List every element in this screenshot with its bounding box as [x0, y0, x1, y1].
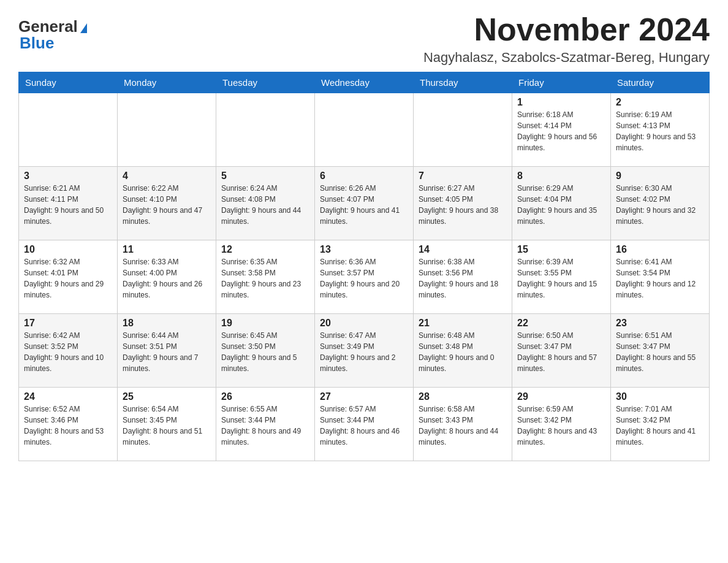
- calendar-cell: [19, 93, 118, 167]
- day-info: Sunrise: 6:33 AMSunset: 4:00 PMDaylight:…: [123, 256, 211, 301]
- day-number: 13: [320, 244, 408, 255]
- calendar-week-row: 17Sunrise: 6:42 AMSunset: 3:52 PMDayligh…: [19, 314, 710, 388]
- calendar-cell: 4Sunrise: 6:22 AMSunset: 4:10 PMDaylight…: [118, 167, 216, 240]
- day-number: 11: [123, 244, 211, 255]
- day-info: Sunrise: 6:42 AMSunset: 3:52 PMDaylight:…: [24, 330, 112, 374]
- day-number: 4: [123, 170, 211, 182]
- day-number: 30: [616, 391, 704, 402]
- day-number: 10: [24, 244, 112, 255]
- day-info: Sunrise: 6:30 AMSunset: 4:02 PMDaylight:…: [616, 183, 704, 227]
- day-number: 23: [616, 318, 704, 329]
- day-info: Sunrise: 6:36 AMSunset: 3:57 PMDaylight:…: [320, 256, 408, 301]
- day-info: Sunrise: 6:35 AMSunset: 3:58 PMDaylight:…: [221, 256, 309, 301]
- day-info: Sunrise: 6:38 AMSunset: 3:56 PMDaylight:…: [419, 256, 507, 301]
- calendar-cell: 14Sunrise: 6:38 AMSunset: 3:56 PMDayligh…: [414, 240, 512, 314]
- day-info: Sunrise: 6:48 AMSunset: 3:48 PMDaylight:…: [419, 330, 507, 374]
- day-number: 29: [517, 391, 605, 402]
- page-header: General Blue November 2024 Nagyhalasz, S…: [18, 12, 710, 66]
- day-number: 1: [517, 97, 605, 108]
- day-info: Sunrise: 6:21 AMSunset: 4:11 PMDaylight:…: [24, 183, 112, 227]
- calendar-cell: 30Sunrise: 7:01 AMSunset: 3:42 PMDayligh…: [611, 388, 710, 461]
- calendar-cell: 11Sunrise: 6:33 AMSunset: 4:00 PMDayligh…: [118, 240, 216, 314]
- logo-text-blue: Blue: [20, 34, 54, 53]
- calendar-cell: 27Sunrise: 6:57 AMSunset: 3:44 PMDayligh…: [315, 388, 414, 461]
- calendar-day-header: Wednesday: [315, 72, 414, 93]
- calendar-cell: [315, 93, 414, 167]
- subtitle: Nagyhalasz, Szabolcs-Szatmar-Bereg, Hung…: [423, 50, 710, 66]
- day-info: Sunrise: 6:57 AMSunset: 3:44 PMDaylight:…: [320, 404, 408, 448]
- day-info: Sunrise: 6:51 AMSunset: 3:47 PMDaylight:…: [616, 330, 704, 374]
- day-info: Sunrise: 7:01 AMSunset: 3:42 PMDaylight:…: [616, 404, 704, 448]
- day-info: Sunrise: 6:44 AMSunset: 3:51 PMDaylight:…: [123, 330, 211, 374]
- day-number: 3: [24, 170, 112, 182]
- day-info: Sunrise: 6:59 AMSunset: 3:42 PMDaylight:…: [517, 404, 605, 448]
- day-info: Sunrise: 6:19 AMSunset: 4:13 PMDaylight:…: [616, 109, 704, 153]
- day-info: Sunrise: 6:47 AMSunset: 3:49 PMDaylight:…: [320, 330, 408, 374]
- logo-triangle-icon: [80, 23, 87, 33]
- calendar-cell: 8Sunrise: 6:29 AMSunset: 4:04 PMDaylight…: [512, 167, 611, 240]
- calendar-cell: 26Sunrise: 6:55 AMSunset: 3:44 PMDayligh…: [216, 388, 315, 461]
- calendar-cell: [414, 93, 512, 167]
- calendar-header-row: SundayMondayTuesdayWednesdayThursdayFrid…: [19, 72, 710, 93]
- calendar-cell: [216, 93, 315, 167]
- calendar-cell: 1Sunrise: 6:18 AMSunset: 4:14 PMDaylight…: [512, 93, 611, 167]
- logo: General Blue: [18, 17, 87, 53]
- calendar-cell: 13Sunrise: 6:36 AMSunset: 3:57 PMDayligh…: [315, 240, 414, 314]
- day-number: 27: [320, 391, 408, 402]
- calendar-week-row: 3Sunrise: 6:21 AMSunset: 4:11 PMDaylight…: [19, 167, 710, 240]
- day-number: 21: [419, 318, 507, 329]
- day-info: Sunrise: 6:24 AMSunset: 4:08 PMDaylight:…: [221, 183, 309, 227]
- calendar-cell: 15Sunrise: 6:39 AMSunset: 3:55 PMDayligh…: [512, 240, 611, 314]
- day-number: 19: [221, 318, 309, 329]
- calendar-day-header: Monday: [118, 72, 216, 93]
- calendar-cell: 10Sunrise: 6:32 AMSunset: 4:01 PMDayligh…: [19, 240, 118, 314]
- day-info: Sunrise: 6:55 AMSunset: 3:44 PMDaylight:…: [221, 404, 309, 448]
- day-info: Sunrise: 6:45 AMSunset: 3:50 PMDaylight:…: [221, 330, 309, 374]
- day-number: 6: [320, 170, 408, 182]
- calendar-cell: 28Sunrise: 6:58 AMSunset: 3:43 PMDayligh…: [414, 388, 512, 461]
- day-number: 25: [123, 391, 211, 402]
- calendar-day-header: Friday: [512, 72, 611, 93]
- calendar-cell: 9Sunrise: 6:30 AMSunset: 4:02 PMDaylight…: [611, 167, 710, 240]
- day-info: Sunrise: 6:58 AMSunset: 3:43 PMDaylight:…: [419, 404, 507, 448]
- calendar-week-row: 24Sunrise: 6:52 AMSunset: 3:46 PMDayligh…: [19, 388, 710, 461]
- day-number: 12: [221, 244, 309, 255]
- day-info: Sunrise: 6:29 AMSunset: 4:04 PMDaylight:…: [517, 183, 605, 227]
- day-number: 5: [221, 170, 309, 182]
- day-number: 2: [616, 97, 704, 108]
- day-number: 18: [123, 318, 211, 329]
- day-number: 22: [517, 318, 605, 329]
- calendar-cell: 12Sunrise: 6:35 AMSunset: 3:58 PMDayligh…: [216, 240, 315, 314]
- day-number: 28: [419, 391, 507, 402]
- title-block: November 2024 Nagyhalasz, Szabolcs-Szatm…: [423, 12, 710, 66]
- calendar-cell: 23Sunrise: 6:51 AMSunset: 3:47 PMDayligh…: [611, 314, 710, 388]
- day-number: 26: [221, 391, 309, 402]
- day-number: 24: [24, 391, 112, 402]
- day-number: 8: [517, 170, 605, 182]
- day-number: 15: [517, 244, 605, 255]
- calendar-week-row: 10Sunrise: 6:32 AMSunset: 4:01 PMDayligh…: [19, 240, 710, 314]
- day-number: 9: [616, 170, 704, 182]
- calendar-cell: 3Sunrise: 6:21 AMSunset: 4:11 PMDaylight…: [19, 167, 118, 240]
- day-info: Sunrise: 6:41 AMSunset: 3:54 PMDaylight:…: [616, 256, 704, 301]
- calendar-cell: 16Sunrise: 6:41 AMSunset: 3:54 PMDayligh…: [611, 240, 710, 314]
- calendar-day-header: Tuesday: [216, 72, 315, 93]
- day-info: Sunrise: 6:32 AMSunset: 4:01 PMDaylight:…: [24, 256, 112, 301]
- day-info: Sunrise: 6:54 AMSunset: 3:45 PMDaylight:…: [123, 404, 211, 448]
- calendar-cell: 29Sunrise: 6:59 AMSunset: 3:42 PMDayligh…: [512, 388, 611, 461]
- calendar-cell: 7Sunrise: 6:27 AMSunset: 4:05 PMDaylight…: [414, 167, 512, 240]
- calendar-cell: 6Sunrise: 6:26 AMSunset: 4:07 PMDaylight…: [315, 167, 414, 240]
- day-info: Sunrise: 6:39 AMSunset: 3:55 PMDaylight:…: [517, 256, 605, 301]
- day-info: Sunrise: 6:26 AMSunset: 4:07 PMDaylight:…: [320, 183, 408, 227]
- calendar-cell: 2Sunrise: 6:19 AMSunset: 4:13 PMDaylight…: [611, 93, 710, 167]
- day-info: Sunrise: 6:22 AMSunset: 4:10 PMDaylight:…: [123, 183, 211, 227]
- day-number: 20: [320, 318, 408, 329]
- day-number: 16: [616, 244, 704, 255]
- calendar-cell: 19Sunrise: 6:45 AMSunset: 3:50 PMDayligh…: [216, 314, 315, 388]
- day-number: 17: [24, 318, 112, 329]
- calendar-cell: 5Sunrise: 6:24 AMSunset: 4:08 PMDaylight…: [216, 167, 315, 240]
- day-info: Sunrise: 6:27 AMSunset: 4:05 PMDaylight:…: [419, 183, 507, 227]
- calendar-cell: 22Sunrise: 6:50 AMSunset: 3:47 PMDayligh…: [512, 314, 611, 388]
- calendar-table: SundayMondayTuesdayWednesdayThursdayFrid…: [18, 72, 710, 461]
- calendar-day-header: Thursday: [414, 72, 512, 93]
